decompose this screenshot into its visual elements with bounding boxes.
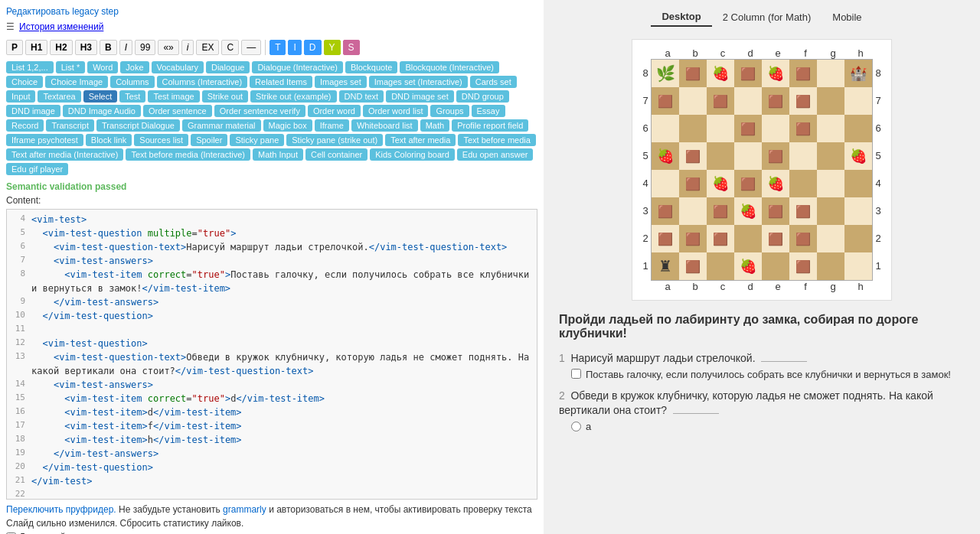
tag-iframe[interactable]: Iframe: [315, 119, 349, 132]
footer-note2: и авторизоваться в нем, чтобы активирова…: [269, 504, 532, 515]
tag-iframe-psychotest[interactable]: Iframe psychotest: [6, 134, 83, 146]
tag-magic-box[interactable]: Magic box: [263, 119, 312, 132]
col-label-f: f: [792, 47, 819, 59]
toolbar-p[interactable]: P: [6, 40, 23, 55]
tag-columns-interactive[interactable]: Columns (Interactive): [157, 76, 248, 88]
question-2: 2 Обведи в кружок клубничку, которую лад…: [559, 389, 965, 432]
cell-8g: [817, 60, 844, 87]
toolbar-t[interactable]: T: [270, 40, 286, 55]
toolbar-guillemets[interactable]: «»: [158, 40, 178, 55]
cell-2d: [734, 225, 762, 252]
grammarly-link[interactable]: grammarly: [223, 504, 266, 515]
tag-dnd-group[interactable]: DND group: [456, 90, 509, 103]
toolbar-quote[interactable]: 99: [135, 40, 155, 55]
toolbar-ex[interactable]: EX: [196, 40, 219, 55]
tag-block-link[interactable]: Block link: [86, 134, 132, 146]
tag-sources-list[interactable]: Sources list: [134, 134, 188, 146]
toolbar-bold[interactable]: B: [100, 40, 117, 55]
toolbar-d[interactable]: D: [304, 40, 322, 55]
history-link[interactable]: История изменений: [19, 21, 103, 32]
tag-cards-set[interactable]: Cards set: [470, 76, 517, 88]
tag-text-after-media[interactable]: Text after media: [385, 134, 456, 146]
tag-dialogue[interactable]: Dialogue: [206, 61, 250, 73]
question-2-radio-a[interactable]: [571, 422, 581, 431]
tag-math-input[interactable]: Math Input: [253, 148, 303, 161]
tag-whiteboard-list[interactable]: Whiteboard list: [351, 119, 418, 132]
tag-list-star[interactable]: List *: [56, 61, 85, 73]
toolbar-dash[interactable]: —: [241, 40, 261, 55]
cell-2c: 🟫: [707, 225, 734, 252]
tag-record[interactable]: Record: [6, 119, 44, 132]
tag-joke[interactable]: Joke: [120, 61, 149, 73]
code-editor[interactable]: 4 <vim-test> 5 <vim-test-question multip…: [6, 209, 537, 500]
question-1-checkbox[interactable]: [571, 369, 581, 379]
tag-test[interactable]: Test: [119, 90, 145, 103]
tab-desktop[interactable]: Desktop: [651, 8, 711, 27]
tag-text-before-media-interactive[interactable]: Text before media (Interactive): [126, 148, 250, 161]
tag-edu-open-answer[interactable]: Edu open answer: [457, 148, 534, 161]
tag-sticky-pane[interactable]: Sticky pane: [230, 134, 284, 146]
tag-cell-container[interactable]: Cell container: [305, 148, 368, 161]
cell-8d: 🟫: [734, 60, 762, 87]
tag-dnd-image-audio[interactable]: DND Image Audio: [63, 105, 141, 117]
toolbar-h3[interactable]: H3: [75, 40, 97, 55]
tag-dialogue-interactive[interactable]: Dialogue (Interactive): [252, 61, 343, 73]
tag-text-before-media[interactable]: Text before media: [458, 134, 535, 146]
tag-vocabulary[interactable]: Vocabulary: [152, 61, 204, 73]
tag-dnd-image[interactable]: DND image: [6, 105, 60, 117]
toolbar-s[interactable]: S: [343, 40, 360, 55]
tag-order-word[interactable]: Order word: [308, 105, 361, 117]
edit-legacy-link[interactable]: Редактировать legacy step: [6, 6, 537, 17]
tag-spoiler[interactable]: Spoiler: [191, 134, 227, 146]
board-row-7: 🟫 🟫 🟫 🟫: [652, 87, 872, 115]
tag-input[interactable]: Input: [6, 90, 35, 103]
tag-images-set-interactive[interactable]: Images set (Interactive): [369, 76, 468, 88]
tag-images-set[interactable]: Images set: [315, 76, 367, 88]
tag-sticky-pane-strike[interactable]: Sticky pane (strike out): [286, 134, 383, 146]
tag-edu-gif-player[interactable]: Edu gif player: [6, 163, 68, 175]
cell-3d: 🍓: [734, 197, 762, 225]
tag-word[interactable]: Word: [87, 61, 118, 73]
tag-choice[interactable]: Choice: [6, 76, 43, 88]
tag-dnd-text[interactable]: DND text: [339, 90, 384, 103]
row-label-right-5: 5: [873, 142, 884, 169]
tag-dnd-image-set[interactable]: DND image set: [386, 90, 454, 103]
tag-transcript[interactable]: Transcript: [46, 119, 94, 132]
tag-essay[interactable]: Essay: [472, 105, 505, 117]
tag-order-sentence-verify[interactable]: Order sentence verify: [214, 105, 305, 117]
tag-select[interactable]: Select: [83, 90, 118, 103]
tag-list12[interactable]: List 1,2,...: [6, 61, 54, 73]
tag-transcript-dialogue[interactable]: Transcript Dialogue: [96, 119, 180, 132]
col-label-bot-h: h: [847, 281, 874, 292]
tag-order-word-list[interactable]: Order word list: [363, 105, 429, 117]
tag-choice-image[interactable]: Choice Image: [45, 76, 108, 88]
tag-grammar-material[interactable]: Grammar material: [182, 119, 261, 132]
tag-order-sentence[interactable]: Order sentence: [143, 105, 212, 117]
toolbar-info[interactable]: i: [181, 40, 194, 55]
tag-math[interactable]: Math: [420, 119, 449, 132]
tag-strike-out-example[interactable]: Strike out (example): [250, 90, 336, 103]
toolbar-italic[interactable]: I: [119, 40, 132, 55]
toolbar-i2[interactable]: I: [288, 40, 301, 55]
tab-mobile[interactable]: Mobile: [822, 8, 872, 27]
code-line-6: 6 <vim-test-question-text>Нарисуй маршру…: [10, 240, 534, 254]
tag-profile-report-field[interactable]: Profile report field: [452, 119, 528, 132]
tag-related-items[interactable]: Related Items: [250, 76, 312, 88]
toolbar-h2[interactable]: H2: [50, 40, 72, 55]
tag-strike-out[interactable]: Strike out: [202, 90, 248, 103]
tag-kids-coloring[interactable]: Kids Coloring board: [370, 148, 455, 161]
cell-1f: 🟫: [789, 252, 817, 280]
tag-blockquote[interactable]: Blockquote: [345, 61, 397, 73]
tag-text-after-media-interactive[interactable]: Text after media (Interactive): [6, 148, 123, 161]
tag-columns[interactable]: Columns: [110, 76, 154, 88]
toolbar-h1[interactable]: H1: [25, 40, 47, 55]
toolbar-c[interactable]: C: [221, 40, 239, 55]
cell-1c: [707, 252, 734, 280]
tab-2col[interactable]: 2 Column (for Math): [712, 8, 822, 27]
tag-textarea[interactable]: Textarea: [38, 90, 80, 103]
tag-groups[interactable]: Groups: [430, 105, 469, 117]
toolbar-y[interactable]: Y: [324, 40, 341, 55]
tag-test-image[interactable]: Test image: [148, 90, 199, 103]
proofreader-link[interactable]: Переключить пруфридер.: [6, 504, 116, 515]
tag-blockquote-interactive[interactable]: Blockquote (Interactive): [400, 61, 499, 73]
